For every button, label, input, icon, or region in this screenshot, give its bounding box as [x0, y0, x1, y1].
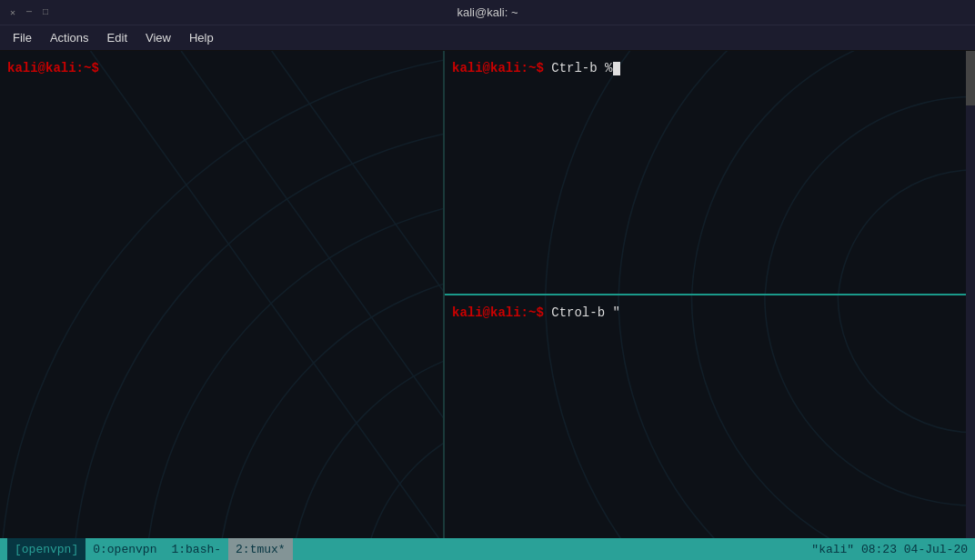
- menu-help[interactable]: Help: [182, 29, 221, 46]
- scrollbar[interactable]: [966, 51, 975, 538]
- right-bottom-prompt-label: kali@kali:~$: [452, 305, 544, 320]
- pane-right-top[interactable]: kali@kali:~$ Ctrl-b %: [445, 51, 975, 295]
- minimize-button[interactable]: ─: [24, 7, 35, 18]
- menu-actions[interactable]: Actions: [43, 29, 96, 46]
- right-bottom-content: kali@kali:~$ Ctrol-b ": [452, 305, 620, 323]
- title-bar: ✕ ─ □ kali@kali: ~: [0, 0, 975, 25]
- scrollbar-thumb[interactable]: [966, 51, 975, 105]
- svg-point-10: [765, 96, 975, 295]
- status-window-group: [openvpn]: [7, 538, 85, 560]
- svg-point-16: [691, 295, 975, 538]
- svg-point-17: [618, 295, 975, 538]
- menu-bar: File Actions Edit View Help: [0, 25, 975, 51]
- status-right-info: "kali" 08:23 04-Jul-20: [811, 543, 968, 556]
- menu-file[interactable]: File: [5, 29, 39, 46]
- status-window-1[interactable]: 1:bash-: [164, 538, 228, 560]
- svg-line-7: [272, 51, 443, 538]
- svg-point-0: [362, 413, 443, 538]
- status-bar: [openvpn] 0:openvpn 1:bash- 2:tmux* "kal…: [0, 538, 975, 560]
- status-window-2[interactable]: 2:tmux*: [228, 538, 293, 560]
- svg-point-15: [765, 295, 975, 505]
- maximize-button[interactable]: □: [40, 7, 51, 18]
- svg-point-14: [838, 295, 975, 433]
- close-button[interactable]: ✕: [7, 7, 18, 18]
- right-top-prompt-label: kali@kali:~$: [452, 61, 544, 75]
- right-bottom-prompt-text: Ctrol-b ": [551, 305, 620, 320]
- terminal-area: kali@kali:~$ kali@kali:~$ Ctrl-b %: [0, 51, 975, 538]
- svg-point-4: [73, 124, 443, 538]
- svg-point-9: [838, 170, 975, 295]
- right-top-prompt-text: Ctrl-b %: [551, 61, 612, 75]
- pane-right: kali@kali:~$ Ctrl-b % kali@kali:~$ Ctrol…: [445, 51, 975, 538]
- svg-point-1: [290, 341, 443, 538]
- svg-point-13: [546, 51, 975, 295]
- window-title: kali@kali: ~: [457, 5, 518, 19]
- cursor: [613, 62, 620, 75]
- svg-point-18: [546, 295, 975, 538]
- right-top-content: kali@kali:~$ Ctrl-b %: [452, 60, 620, 78]
- pane-right-bottom[interactable]: kali@kali:~$ Ctrol-b ": [445, 295, 975, 538]
- svg-line-8: [91, 51, 443, 538]
- status-window-0[interactable]: 0:openvpn: [85, 538, 164, 560]
- window-controls: ✕ ─ □: [0, 7, 51, 18]
- svg-point-11: [691, 51, 975, 295]
- svg-point-12: [618, 51, 975, 295]
- svg-line-6: [181, 51, 443, 538]
- pane-left[interactable]: kali@kali:~$: [0, 51, 445, 538]
- svg-point-2: [217, 268, 443, 538]
- status-left: [openvpn] 0:openvpn 1:bash- 2:tmux*: [7, 538, 293, 560]
- menu-view[interactable]: View: [138, 29, 178, 46]
- left-prompt-label: kali@kali:~$: [7, 61, 99, 75]
- svg-point-3: [145, 195, 443, 538]
- menu-edit[interactable]: Edit: [100, 29, 135, 46]
- left-pane-content: kali@kali:~$: [7, 60, 99, 78]
- svg-point-5: [0, 51, 443, 538]
